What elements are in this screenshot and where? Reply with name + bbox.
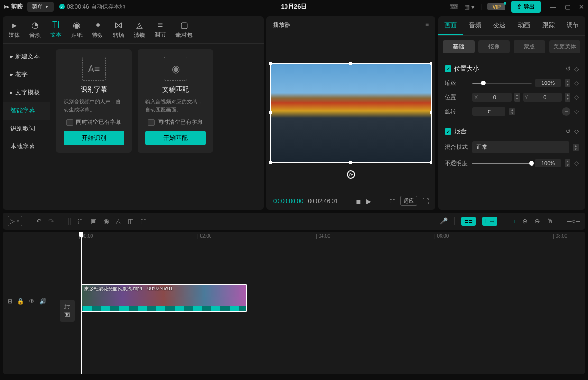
flip-icon[interactable]: −: [562, 107, 570, 116]
undo-button[interactable]: ↶: [36, 217, 42, 225]
frame-icon[interactable]: ⬚: [389, 197, 395, 205]
menu-button[interactable]: 菜单 ▼: [27, 2, 54, 12]
scale-slider[interactable]: [472, 83, 532, 84]
sub-tab-蒙版[interactable]: 蒙版: [514, 40, 545, 53]
menu-icon[interactable]: ≡: [425, 21, 429, 29]
zoom-tool[interactable]: ⊖: [534, 217, 540, 225]
props-tab-音频[interactable]: 音频: [463, 16, 487, 35]
top-tab-贴纸[interactable]: ◉贴纸: [71, 20, 83, 39]
opacity-slider[interactable]: [472, 163, 532, 164]
split-tool[interactable]: ‖: [68, 217, 71, 225]
card-title: 文稿匹配: [162, 85, 189, 94]
props-tab-调节[interactable]: 调节: [560, 16, 585, 35]
y-spinner[interactable]: ▲▼: [565, 93, 570, 102]
rotate-handle[interactable]: ⟳: [347, 170, 355, 179]
list-icon[interactable]: ≣: [356, 197, 361, 205]
redo-button[interactable]: ↷: [48, 217, 54, 225]
snap-tool[interactable]: ⊏⊐: [504, 217, 515, 225]
speed-tool[interactable]: ◉: [103, 217, 109, 225]
top-tab-音频[interactable]: ◔音频: [29, 20, 41, 39]
keyframe-icon[interactable]: ◇: [574, 80, 579, 86]
minimize-button[interactable]: —: [550, 3, 556, 10]
export-button[interactable]: ⇪ 导出: [511, 1, 541, 13]
top-tab-媒体[interactable]: ▸媒体: [9, 20, 20, 39]
props-tab-画面[interactable]: 画面: [438, 16, 463, 35]
video-frame[interactable]: ⟳: [270, 63, 432, 163]
crop2-tool[interactable]: ⬚: [140, 217, 147, 225]
props-tab-变速[interactable]: 变速: [487, 16, 512, 35]
side-tab-识别歌词[interactable]: 识别歌词: [3, 120, 50, 138]
checkbox[interactable]: [148, 119, 155, 126]
mouse-tool[interactable]: 🖱: [547, 217, 553, 225]
card-clear-option[interactable]: 同时清空已有字幕: [148, 118, 203, 126]
timeline-ruler[interactable]: | 00:00| 02:00| 04:00| 06:00| 08:00: [79, 232, 585, 241]
card-clear-option[interactable]: 同时清空已有字幕: [66, 118, 121, 126]
reset-icon[interactable]: ↺: [566, 65, 570, 72]
fit-button[interactable]: 适应: [400, 196, 417, 206]
mirror-tool[interactable]: △: [116, 217, 121, 225]
rot-spinner[interactable]: ▲▼: [509, 108, 515, 115]
diamond-icon[interactable]: ◇: [574, 65, 579, 72]
close-button[interactable]: ✕: [579, 3, 584, 10]
position-x-input[interactable]: X0: [472, 93, 512, 102]
card-action-button[interactable]: 开始识别: [64, 131, 124, 145]
side-tab-本地字幕[interactable]: 本地字幕: [3, 138, 50, 156]
sub-tab-基础[interactable]: 基础: [443, 40, 475, 53]
top-tab-特效[interactable]: ✦特效: [92, 20, 103, 39]
side-tab-智能字幕[interactable]: 智能字幕: [3, 102, 50, 120]
opacity-spinner[interactable]: ▲▼: [565, 159, 570, 167]
blend-spinner[interactable]: ▲▼: [573, 144, 579, 151]
magnet-toggle-1[interactable]: ⊏⊐: [461, 217, 476, 226]
card-action-button[interactable]: 开始匹配: [145, 131, 206, 145]
scale-spinner[interactable]: ▲▼: [565, 79, 570, 87]
section-checkbox[interactable]: ✓: [445, 128, 451, 135]
section-checkbox[interactable]: ✓: [445, 65, 451, 72]
cover-button[interactable]: 封面: [60, 300, 75, 322]
sub-tab-抠像[interactable]: 抠像: [478, 40, 510, 53]
maximize-button[interactable]: ▢: [565, 3, 570, 10]
copy-tool[interactable]: ▣: [91, 217, 97, 225]
position-y-input[interactable]: Y0: [523, 93, 562, 102]
vip-badge[interactable]: VIP: [487, 3, 505, 10]
top-tab-素材包[interactable]: ▢素材包: [175, 20, 193, 39]
link-tool[interactable]: ⊖: [522, 217, 528, 225]
rotate-tool[interactable]: ◫: [128, 217, 134, 225]
blendmode-select[interactable]: 正常: [472, 141, 569, 153]
speaker-icon[interactable]: 🔊: [39, 298, 46, 305]
x-spinner[interactable]: ▲▼: [514, 93, 520, 102]
opacity-input[interactable]: 100%: [535, 159, 561, 167]
top-tab-转场[interactable]: ⋈转场: [113, 20, 124, 39]
keyframe-icon[interactable]: ◇: [574, 94, 579, 101]
collapse-icon[interactable]: ⊟: [8, 298, 12, 305]
top-tab-滤镜[interactable]: ◬滤镜: [134, 20, 145, 39]
sub-tab-美颜美体[interactable]: 美颜美体: [549, 40, 581, 53]
player-viewport[interactable]: ⟳: [266, 34, 435, 192]
layout-icon[interactable]: ▦ ▾: [464, 3, 475, 10]
checkbox[interactable]: [66, 119, 73, 126]
play-button[interactable]: ▶: [366, 197, 371, 205]
diamond-icon[interactable]: ◇: [574, 128, 579, 135]
eye-icon[interactable]: 👁: [29, 298, 35, 305]
video-clip[interactable]: 家乡杜鹃花亮丽风景线.mp4 00:02:46:01: [81, 284, 247, 312]
scale-input[interactable]: 100%: [535, 79, 561, 87]
props-tab-跟踪[interactable]: 跟踪: [536, 16, 561, 35]
cursor-tool[interactable]: ▷ ▼: [8, 216, 22, 226]
keyboard-icon[interactable]: ⌨: [450, 3, 459, 10]
crop-tool[interactable]: ⬚: [78, 217, 84, 225]
rotation-input[interactable]: 0°: [472, 107, 505, 116]
props-tab-动画[interactable]: 动画: [512, 16, 536, 35]
side-tab-新建文本[interactable]: ▶ 新建文本: [3, 47, 50, 65]
fullscreen-icon[interactable]: ⛶: [422, 197, 429, 205]
reset-icon[interactable]: ↺: [566, 128, 570, 135]
magnet-toggle-2[interactable]: ⊢⊣: [482, 217, 497, 226]
lock-icon[interactable]: 🔒: [17, 298, 24, 305]
side-tab-花字[interactable]: ▶ 花字: [3, 65, 50, 83]
zoom-slider[interactable]: ─○─: [567, 217, 580, 225]
timeline-tracks[interactable]: | 00:00| 02:00| 04:00| 06:00| 08:00 家乡杜鹃…: [79, 232, 585, 374]
keyframe-icon[interactable]: ◇: [574, 108, 579, 115]
keyframe-icon[interactable]: ◇: [574, 160, 579, 167]
side-tab-文字模板[interactable]: ▶ 文字模板: [3, 83, 50, 102]
mic-icon[interactable]: 🎤: [440, 217, 448, 225]
top-tab-文本[interactable]: TI文本: [50, 20, 62, 39]
top-tab-调节[interactable]: ≡调节: [155, 20, 166, 39]
